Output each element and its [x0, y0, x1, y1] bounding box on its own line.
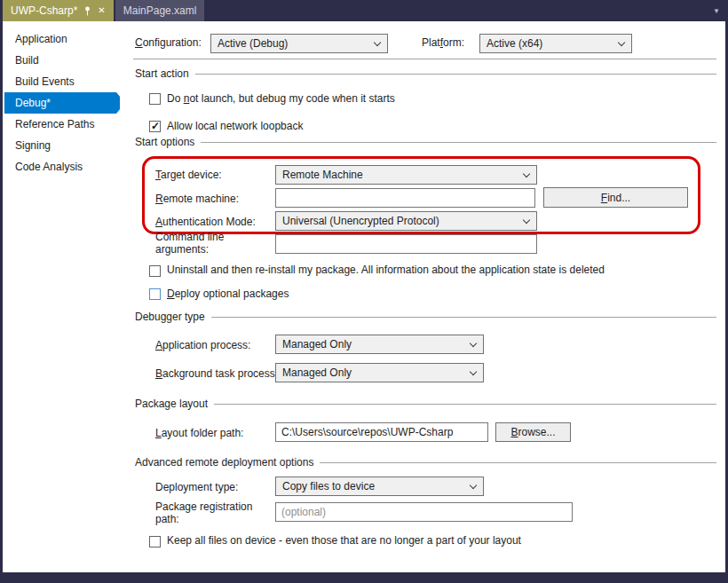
section-header-start-options: Start options	[135, 136, 716, 148]
tab-mainpage-xaml[interactable]: MainPage.xaml	[115, 0, 205, 21]
package-registration-path-label: Package registration path:	[155, 500, 260, 525]
chevron-down-icon	[523, 217, 530, 224]
checkbox-loopback-label[interactable]: Allow local network loopback	[167, 120, 303, 132]
checkbox-deploy-optional-packages[interactable]	[149, 288, 161, 300]
configuration-dropdown[interactable]: Active (Debug)	[210, 34, 388, 53]
background-task-process-value: Managed Only	[282, 366, 352, 379]
sidebar-item-debug[interactable]: Debug*	[4, 92, 116, 114]
tab-label: UWP-Csharp*	[11, 4, 77, 17]
authentication-mode-value: Universal (Unencrypted Protocol)	[282, 215, 439, 227]
command-line-arguments-label: Command line arguments:	[155, 231, 260, 256]
checkbox-uninstall-reinstall-label[interactable]: Uninstall and then re-install my package…	[167, 264, 605, 276]
chevron-down-icon	[470, 482, 477, 489]
section-header-start-action: Start action	[135, 67, 716, 80]
section-header-advanced-remote-deployment: Advanced remote deployment options	[135, 456, 716, 469]
checkbox-no-launch-label[interactable]: Do not launch, but debug my code when it…	[167, 92, 395, 105]
target-device-value: Remote Machine	[282, 169, 363, 181]
configuration-value: Active (Debug)	[218, 37, 288, 50]
background-task-process-label: Background task process:	[155, 367, 278, 380]
section-header-debugger-type: Debugger type	[135, 311, 716, 323]
application-process-dropdown[interactable]: Managed Only	[275, 335, 484, 354]
tab-list-chevron-icon[interactable]: ▼	[713, 7, 720, 15]
platform-value: Active (x64)	[487, 37, 542, 50]
package-registration-path-input[interactable]	[275, 502, 573, 522]
property-pages-sidebar: Application Build Build Events Debug* Re…	[3, 21, 120, 572]
application-process-label: Application process:	[155, 339, 250, 351]
platform-dropdown[interactable]: Active (x64)	[479, 34, 632, 53]
remote-machine-input[interactable]	[275, 188, 535, 208]
background-task-process-dropdown[interactable]: Managed Only	[275, 363, 484, 382]
close-icon[interactable]: ✕	[98, 6, 105, 15]
sidebar-item-build-events[interactable]: Build Events	[3, 71, 120, 92]
application-process-value: Managed Only	[282, 338, 352, 351]
document-tab-bar: UWP-Csharp* ✕ MainPage.xaml	[3, 0, 725, 21]
checkbox-deploy-optional-packages-label[interactable]: Deploy optional packages	[167, 288, 289, 300]
authentication-mode-dropdown[interactable]: Universal (Unencrypted Protocol)	[275, 211, 537, 231]
checkbox-uninstall-reinstall[interactable]	[149, 265, 161, 277]
deployment-type-dropdown[interactable]: Copy files to device	[275, 477, 484, 496]
sidebar-item-build[interactable]: Build	[3, 50, 120, 71]
checkbox-keep-all-files-label[interactable]: Keep all files on device - even those th…	[167, 534, 521, 547]
target-device-label: Target device:	[155, 169, 222, 181]
layout-folder-path-input[interactable]	[275, 422, 488, 442]
chevron-down-icon	[374, 39, 381, 46]
chevron-down-icon	[618, 39, 625, 46]
section-header-package-layout: Package layout	[135, 398, 716, 410]
configuration-label: Configuration:	[135, 36, 202, 49]
pin-icon[interactable]	[83, 6, 91, 16]
browse-button[interactable]: Browse...	[495, 422, 571, 442]
checkbox-loopback[interactable]	[149, 121, 161, 132]
checkbox-no-launch[interactable]	[149, 93, 161, 105]
find-button[interactable]: Find...	[543, 187, 688, 208]
chevron-down-icon	[470, 340, 477, 347]
sidebar-item-code-analysis[interactable]: Code Analysis	[3, 156, 120, 177]
tab-label: MainPage.xaml	[123, 4, 197, 17]
sidebar-item-signing[interactable]: Signing	[3, 135, 120, 156]
chevron-down-icon	[523, 170, 530, 177]
tab-uwp-csharp[interactable]: UWP-Csharp* ✕	[3, 0, 114, 21]
target-device-dropdown[interactable]: Remote Machine	[275, 165, 537, 185]
deployment-type-label: Deployment type:	[155, 481, 238, 493]
sidebar-item-reference-paths[interactable]: Reference Paths	[3, 114, 120, 135]
layout-folder-path-label: Layout folder path:	[155, 427, 243, 439]
checkbox-keep-all-files[interactable]	[149, 536, 161, 548]
remote-machine-label: Remote machine:	[155, 193, 239, 205]
platform-label: Platform:	[422, 36, 464, 49]
debug-properties-panel: Configuration: Active (Debug) Platform: …	[120, 21, 725, 572]
command-line-arguments-input[interactable]	[275, 234, 537, 254]
separator	[133, 59, 716, 59]
chevron-down-icon	[470, 368, 477, 375]
sidebar-item-application[interactable]: Application	[3, 28, 120, 50]
deployment-type-value: Copy files to device	[282, 480, 375, 492]
authentication-mode-label: Authentication Mode:	[155, 216, 256, 228]
